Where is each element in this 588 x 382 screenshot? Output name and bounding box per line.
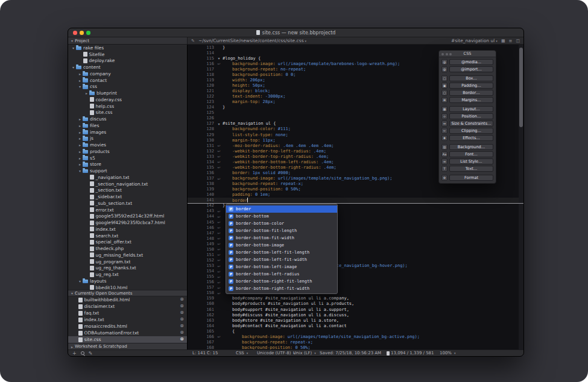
completion-item[interactable]: Pborder-bottom-color	[226, 220, 337, 227]
code-line[interactable]: 164body#contact #site_navigation ul li a…	[188, 323, 519, 328]
layout-button[interactable]: Layout…	[449, 106, 493, 112]
clipping-button[interactable]: Clipping…	[449, 128, 493, 134]
close-document-icon[interactable]: ⊗	[180, 304, 184, 308]
completion-item[interactable]: Pborder-bottom-left-fit-length	[226, 249, 337, 256]
disclosure-closed-icon[interactable]: ▸	[84, 91, 89, 95]
open-document-row[interactable]: faq.txt⊗	[68, 310, 187, 316]
disclosure-closed-icon[interactable]: ▸	[77, 72, 83, 76]
disclosure-closed-icon[interactable]: ▸	[77, 78, 83, 83]
code-line[interactable]: 166↩background-image: url(/images/templa…	[188, 334, 519, 339]
disclosure-closed-icon[interactable]: ▸	[77, 162, 83, 166]
new-document-icon[interactable]: +	[72, 351, 77, 356]
disclosure-open-icon[interactable]: ▾	[71, 39, 73, 43]
tree-folder-row[interactable]: ▾support	[68, 168, 187, 174]
encoding-popup[interactable]: Unicode (UTF-8) ▾	[257, 350, 295, 356]
completion-item[interactable]: Pborder-bottom-image	[226, 242, 337, 249]
tree-folder-row[interactable]: ▸files	[68, 122, 187, 129]
tree-file-row[interactable]: special_offer.txt	[68, 239, 187, 246]
function-popup[interactable]: #site_navigation ul ▾	[451, 38, 498, 43]
search-icon[interactable]	[81, 351, 84, 355]
disclosure-closed-icon[interactable]: ▸	[77, 149, 83, 154]
effects-button[interactable]: Effects…	[449, 135, 493, 141]
disclosure-closed-icon[interactable]: ▸	[77, 130, 83, 134]
palette-titlebar[interactable]: CSS	[439, 51, 496, 57]
tree-file-row[interactable]: site.css	[68, 110, 187, 116]
fold-marker-icon[interactable]: ▾	[215, 122, 223, 126]
border-button[interactable]: Border…	[449, 90, 493, 96]
tree-folder-row[interactable]: ▸company	[68, 70, 187, 77]
disclosure-closed-icon[interactable]: ▸	[77, 117, 83, 121]
completion-item[interactable]: Pborder-bottom-right-fit-length	[226, 278, 337, 285]
code-line[interactable]: 160body#products #site_navigation ul li …	[188, 301, 519, 307]
fold-marker-icon[interactable]: ▾	[215, 56, 223, 60]
code-line[interactable]: 161body#support #site_navigation ul li a…	[188, 307, 519, 312]
code-line[interactable]: 162body#discuss #site_navigation ul li a…	[188, 312, 519, 318]
code-line[interactable]: 163body#store #site_navigation ul li a.s…	[188, 318, 519, 323]
tree-file-row[interactable]: ug_reg.txt	[68, 271, 187, 278]
disclosure-open-icon[interactable]: ▾	[77, 84, 83, 89]
open-document-row[interactable]: disclaimer.txt⊗	[68, 303, 187, 310]
at-media-button[interactable]: @media…	[449, 59, 493, 65]
close-document-icon[interactable]: ⊗	[180, 297, 184, 302]
tree-file-row[interactable]: _section_navigation.txt	[68, 181, 187, 187]
tree-folder-row[interactable]: ▾content	[68, 64, 187, 70]
tree-folder-row[interactable]: ▸store	[68, 161, 187, 168]
tree-file-row[interactable]: ug_missing_fields.txt	[68, 252, 187, 258]
line-endings-popup[interactable]: Unix (LF) ▾	[293, 350, 316, 356]
disclosure-closed-icon[interactable]: ▸	[71, 345, 73, 349]
background-button[interactable]: Background…	[449, 144, 493, 150]
tree-file-row[interactable]: google9f429b235f0cbca7.html	[68, 219, 187, 226]
tree-folder-row[interactable]: ▸products	[68, 148, 187, 155]
tree-file-row[interactable]: thedeck.php	[68, 245, 187, 252]
open-document-row[interactable]: site.css⊗	[68, 336, 187, 343]
padding-button[interactable]: Padding…	[449, 83, 493, 89]
at-import-button[interactable]: @import…	[449, 66, 493, 72]
code-line[interactable]: 139background-position: 0 50%;	[188, 187, 519, 192]
size-constraints-button[interactable]: Size & Constraints…	[449, 121, 493, 127]
pencil-icon[interactable]: ✎	[89, 351, 93, 356]
tree-folder-row[interactable]: ▸movies	[68, 142, 187, 148]
open-documents-header[interactable]: ▾ Currently Open Documents	[68, 290, 187, 296]
disclosure-closed-icon[interactable]: ▸	[77, 124, 83, 128]
tree-file-row[interactable]: bbedit10.html	[68, 284, 187, 290]
close-document-icon[interactable]: ⊗	[180, 330, 184, 335]
tree-file-row[interactable]: _sub_section.txt	[68, 200, 187, 207]
open-document-row[interactable]: ODBAutomationError.txt⊗	[68, 330, 187, 336]
tree-file-row[interactable]: error.txt	[68, 207, 187, 213]
font-button[interactable]: Font…	[449, 151, 493, 157]
tree-folder-row[interactable]: ▸blueprint	[68, 90, 187, 96]
worksheet-header[interactable]: ▸ Worksheet & Scratchpad	[68, 343, 187, 349]
position-button[interactable]: Position…	[449, 113, 493, 119]
tree-folder-row[interactable]: ▾rake files	[68, 45, 187, 51]
disclosure-closed-icon[interactable]: ▸	[77, 143, 83, 147]
text-button[interactable]: Text…	[449, 166, 493, 172]
box-button[interactable]: Box…	[449, 75, 493, 81]
tree-folder-row[interactable]: ▸discuss	[68, 116, 187, 122]
tree-folder-row[interactable]: ▸contact	[68, 77, 187, 84]
tree-folder-row[interactable]: ▸js	[68, 136, 187, 142]
code-line[interactable]: 168background-position: 0 50%;	[188, 345, 519, 349]
tree-file-row[interactable]: google53f592ed214c32ff.html	[68, 213, 187, 220]
tree-file-row[interactable]: search.txt	[68, 233, 187, 239]
completion-item[interactable]: Pborder-bottom-right-fit-width	[226, 285, 337, 292]
code-line[interactable]: 167background-repeat: repeat-x;	[188, 339, 519, 345]
tree-folder-row[interactable]: ▾layouts	[68, 278, 187, 284]
open-document-row[interactable]: builtwithbbedit.html⊗	[68, 296, 187, 303]
tree-folder-row[interactable]: ▸images	[68, 129, 187, 136]
tree-file-row[interactable]: deploy.rake	[68, 58, 187, 64]
code-line[interactable]: 159body#company #site_navigation ul li a…	[188, 296, 519, 301]
tree-file-row[interactable]: Sitefile	[68, 51, 187, 58]
tree-file-row[interactable]: help.css	[68, 103, 187, 110]
code-line[interactable]: 141border	[188, 198, 519, 203]
completion-item[interactable]: Pborder-bottom	[226, 213, 337, 220]
open-document-row[interactable]: index.txt⊗	[68, 316, 187, 323]
vertical-scrollbar-track[interactable]	[519, 45, 523, 349]
code-line[interactable]: 113}	[188, 45, 519, 50]
tree-file-row[interactable]: _sidebar.txt	[68, 193, 187, 200]
tree-file-row[interactable]: index.txt	[68, 226, 187, 233]
document-proxy-icon[interactable]	[256, 30, 260, 35]
disclosure-open-icon[interactable]: ▾	[71, 46, 76, 50]
menu-icon[interactable]: ≡	[509, 39, 513, 43]
completion-item[interactable]: Pborder-bottom-left-image	[226, 263, 337, 271]
split-view-icon[interactable]: ◫	[516, 39, 520, 43]
